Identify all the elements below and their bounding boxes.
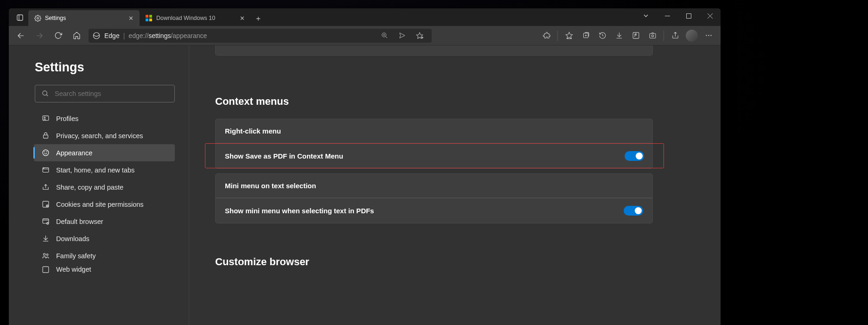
card-right-click-menu: Right-click menu Show Save as PDF in Con… [215,119,653,169]
settings-main[interactable]: Context menus Right-click menu Show Save… [189,45,721,325]
nav-share[interactable]: Share, copy and paste [34,178,175,196]
close-tab-button[interactable]: ✕ [238,14,246,22]
svg-point-39 [44,117,45,119]
home-button[interactable] [68,28,85,44]
close-window-button[interactable] [699,8,721,23]
svg-point-56 [46,254,48,256]
nav-cookies[interactable]: Cookies and site permissions [34,196,175,213]
tab-overflow-button[interactable] [635,8,657,23]
svg-point-31 [651,35,653,37]
section-customize-browser: Customize browser [215,256,702,268]
windows-icon [145,14,153,22]
browser-icon [41,217,50,226]
svg-rect-5 [146,19,148,21]
menu-button[interactable] [700,28,717,44]
svg-line-37 [46,95,48,96]
avatar [686,30,698,42]
window-controls [635,8,721,26]
new-tab-button[interactable]: ＋ [251,11,266,26]
card-mini-menu: Mini menu on text selection Show mini me… [215,173,653,223]
tab-strip: Settings ✕ Download Windows 10 ✕ ＋ [9,8,721,26]
math-button[interactable] [627,28,644,44]
refresh-button[interactable] [50,28,66,44]
zoom-button[interactable] [376,28,393,44]
send-button[interactable] [394,28,410,44]
tab-settings[interactable]: Settings ✕ [28,10,140,26]
svg-point-46 [43,168,44,169]
profile-button[interactable] [683,28,700,44]
card-header: Right-click menu [216,119,652,143]
back-button[interactable] [13,28,29,44]
toolbar: Edge | edge://settings/appearance [9,26,721,45]
nav-downloads[interactable]: Downloads [34,230,175,247]
nav-start[interactable]: Start, home, and new tabs [34,161,175,178]
nav-profiles[interactable]: Profiles [34,110,175,127]
row-mini-menu-pdfs[interactable]: Show mini menu when selecting text in PD… [216,198,652,223]
search-input[interactable] [55,90,168,97]
svg-point-43 [46,152,47,152]
favorite-button[interactable] [411,28,428,44]
site-identity-label: Edge [104,32,120,39]
svg-marker-22 [566,32,572,38]
nav-privacy[interactable]: Privacy, search, and services [34,127,175,144]
favorites-button[interactable] [561,28,577,44]
share-icon [41,183,50,191]
forward-button[interactable] [31,28,48,44]
svg-rect-3 [146,15,148,18]
nav-appearance[interactable]: Appearance [34,144,175,161]
nav-web-widget[interactable]: Web widget [34,264,175,274]
tab-label: Download Windows 10 [156,15,215,21]
svg-point-35 [710,35,711,36]
row-label: Show Save as PDF in Context Menu [225,152,343,160]
row-save-as-pdf[interactable]: Show Save as PDF in Context Menu [205,143,664,168]
row-label: Show mini menu when selecting text in PD… [225,207,374,215]
svg-rect-50 [43,219,49,223]
screenshot-button[interactable] [644,28,661,44]
tabs-icon [41,166,50,174]
svg-rect-4 [149,15,152,18]
collections-button[interactable] [577,28,594,44]
nav-family[interactable]: Family safety [34,247,175,264]
svg-marker-18 [399,33,404,38]
toggle-save-as-pdf[interactable] [625,151,644,161]
page-title: Settings [35,60,179,75]
search-icon [42,90,49,97]
minimize-button[interactable] [657,8,678,23]
appearance-icon [41,149,50,157]
edge-icon [92,32,101,40]
svg-point-41 [43,150,49,156]
url-text: edge://settings/appearance [128,32,207,39]
widget-icon [41,265,50,274]
previous-card-bottom [215,45,653,56]
svg-rect-57 [43,267,49,273]
svg-rect-30 [650,33,656,38]
nav-default-browser[interactable]: Default browser [34,213,175,230]
lock-icon [41,132,50,140]
toggle-mini-menu-pdfs[interactable] [624,206,643,216]
extensions-button[interactable] [538,28,555,44]
close-tab-button[interactable]: ✕ [127,14,135,22]
svg-point-55 [43,254,45,255]
svg-rect-0 [17,15,23,20]
address-bar[interactable]: Edge | edge://settings/appearance [89,29,432,43]
gear-icon [34,14,41,22]
share-button[interactable] [667,28,683,44]
separator [557,31,558,41]
svg-point-42 [45,152,45,152]
search-settings[interactable] [35,85,175,102]
separator [664,31,664,41]
downloads-button[interactable] [611,28,627,44]
divider: | [123,32,125,39]
settings-nav: Profiles Privacy, search, and services A… [35,110,179,274]
tab-actions-button[interactable] [12,9,28,26]
profile-icon [41,115,50,123]
svg-point-2 [37,17,38,19]
svg-rect-48 [43,201,49,207]
download-icon [41,235,50,243]
svg-point-36 [43,91,47,95]
tab-download-windows[interactable]: Download Windows 10 ✕ [140,10,251,26]
family-icon [41,252,50,260]
svg-point-33 [706,35,707,36]
history-button[interactable] [594,28,611,44]
maximize-button[interactable] [678,8,699,23]
